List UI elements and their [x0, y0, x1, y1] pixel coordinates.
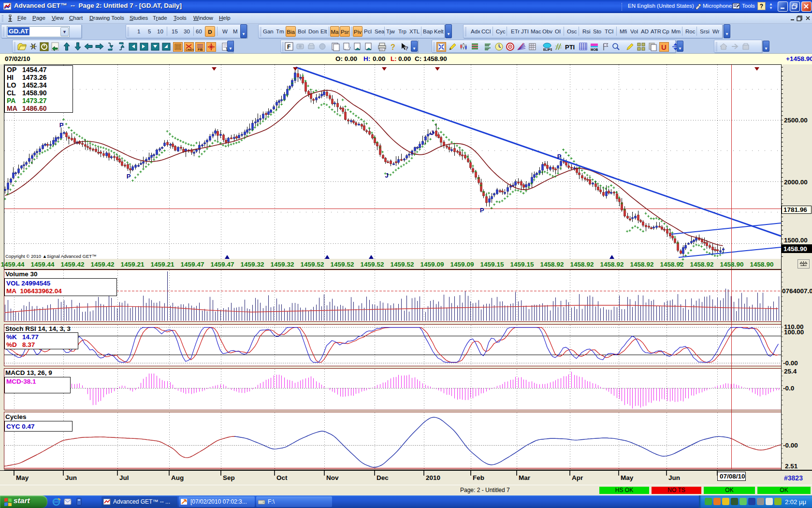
- svg-text:100.00: 100.00: [784, 329, 804, 336]
- svg-text:2000.00: 2000.00: [784, 179, 808, 186]
- svg-text:1459.21: 1459.21: [121, 261, 145, 268]
- svg-text:2010: 2010: [426, 474, 440, 481]
- svg-text:1459.09: 1459.09: [450, 261, 474, 268]
- svg-text:F: F: [287, 44, 290, 50]
- svg-text:Jun: Jun: [668, 474, 680, 481]
- svg-text:1459.52: 1459.52: [361, 261, 384, 268]
- svg-text:-0.00: -0.00: [783, 442, 798, 449]
- svg-text:1459.52: 1459.52: [331, 261, 354, 268]
- svg-text:LO: LO: [7, 81, 16, 89]
- svg-text:Volume 30: Volume 30: [5, 270, 38, 278]
- svg-text:HI: HI: [7, 74, 14, 81]
- svg-text:P: P: [557, 153, 562, 160]
- svg-text:Stoch RSI 14, 14, 3, 3: Stoch RSI 14, 14, 3, 3: [5, 325, 71, 332]
- svg-text:1459.47: 1459.47: [211, 261, 234, 268]
- svg-text:ELIPS: ELIPS: [543, 48, 552, 51]
- svg-text:PA: PA: [7, 97, 15, 105]
- svg-text:1459.42: 1459.42: [61, 261, 85, 268]
- svg-text:VOL 24994545: VOL 24994545: [6, 280, 51, 287]
- svg-text:%D 8.37: %D 8.37: [6, 341, 35, 348]
- svg-text:-0.0: -0.0: [783, 385, 794, 392]
- svg-text:1458.90: 1458.90: [783, 245, 807, 253]
- svg-text:1459.44: 1459.44: [31, 261, 55, 268]
- svg-text:U: U: [661, 43, 667, 51]
- svg-text:CYC 0.47: CYC 0.47: [6, 423, 35, 430]
- svg-text:1459.52: 1459.52: [301, 261, 324, 268]
- svg-text:1458.92: 1458.92: [540, 261, 564, 268]
- svg-text:1459.32: 1459.32: [241, 261, 264, 268]
- svg-text:1458.92: 1458.92: [600, 261, 624, 268]
- svg-text:MA 106433962.04: MA 106433962.04: [6, 287, 62, 295]
- svg-text:1458.90: 1458.90: [720, 261, 744, 268]
- svg-text:Dec: Dec: [377, 474, 389, 481]
- svg-text:#3823: #3823: [784, 474, 803, 482]
- svg-text:1459.52: 1459.52: [391, 261, 414, 268]
- svg-text:1458.90: 1458.90: [22, 89, 47, 97]
- svg-text:Apr: Apr: [572, 474, 583, 481]
- svg-text:FIB: FIB: [198, 48, 203, 51]
- svg-text:07/08/10: 07/08/10: [720, 473, 745, 480]
- svg-text:1452.34: 1452.34: [22, 81, 47, 89]
- svg-text:Jul: Jul: [119, 474, 129, 481]
- svg-text:Jun: Jun: [65, 474, 77, 481]
- svg-text:1473.26: 1473.26: [22, 74, 47, 81]
- svg-text:1459.15: 1459.15: [510, 261, 534, 268]
- svg-text:1458.90: 1458.90: [750, 261, 774, 268]
- svg-text:May: May: [16, 474, 29, 481]
- svg-text:2.51: 2.51: [785, 463, 798, 470]
- svg-text:1458.92: 1458.92: [660, 261, 684, 268]
- svg-text:Nov: Nov: [326, 474, 339, 481]
- svg-text:1459.47: 1459.47: [181, 261, 204, 268]
- svg-text:CL: CL: [7, 89, 16, 97]
- svg-text:J: J: [385, 172, 388, 179]
- svg-text:-0.00: -0.00: [783, 359, 798, 367]
- svg-text:?: ?: [405, 45, 408, 51]
- svg-text:1486.60: 1486.60: [22, 105, 47, 112]
- svg-text:May: May: [621, 474, 634, 481]
- svg-text:MACD 13, 26, 9: MACD 13, 26, 9: [5, 369, 52, 376]
- svg-text:P: P: [127, 173, 131, 180]
- svg-text:P: P: [480, 207, 484, 214]
- svg-text:MOB: MOB: [591, 48, 598, 51]
- svg-text:%K 14.77: %K 14.77: [6, 333, 39, 341]
- svg-text:1500.00: 1500.00: [784, 237, 808, 244]
- svg-text:Sep: Sep: [223, 474, 235, 481]
- svg-text:1459.09: 1459.09: [420, 261, 444, 268]
- svg-text:1781.96: 1781.96: [783, 206, 807, 213]
- svg-text:1459.32: 1459.32: [271, 261, 294, 268]
- svg-text:OP: OP: [7, 66, 16, 74]
- svg-text:1458.92: 1458.92: [690, 261, 714, 268]
- svg-text:LINES: LINES: [186, 48, 194, 51]
- svg-text:1458.92: 1458.92: [630, 261, 654, 268]
- svg-text:1454.47: 1454.47: [22, 66, 47, 74]
- svg-text:MA: MA: [7, 105, 17, 112]
- svg-text:Feb: Feb: [473, 474, 484, 481]
- svg-text:2500.00: 2500.00: [784, 117, 808, 124]
- svg-text:Cycles: Cycles: [5, 413, 27, 420]
- svg-text:J: J: [430, 129, 434, 136]
- svg-text:1458.92: 1458.92: [570, 261, 594, 268]
- svg-text:Oct: Oct: [276, 474, 288, 481]
- svg-text:?: ?: [391, 43, 395, 51]
- svg-text:Aug: Aug: [171, 474, 184, 481]
- svg-text:25.4: 25.4: [784, 368, 797, 375]
- svg-text:1459.21: 1459.21: [151, 261, 174, 268]
- svg-text:PTI: PTI: [565, 44, 575, 51]
- svg-text:1459.42: 1459.42: [91, 261, 115, 268]
- svg-text:P: P: [59, 121, 64, 129]
- svg-text:Mar: Mar: [519, 474, 531, 481]
- svg-text:1459.15: 1459.15: [480, 261, 504, 268]
- svg-text:1473.27: 1473.27: [22, 97, 47, 105]
- svg-text:0764007.0: 0764007.0: [782, 287, 812, 295]
- svg-text:Copyright © 2010 ▲Signal Advan: Copyright © 2010 ▲Signal Advanced GET™: [5, 254, 97, 259]
- svg-text:MCD-38.1: MCD-38.1: [6, 378, 36, 385]
